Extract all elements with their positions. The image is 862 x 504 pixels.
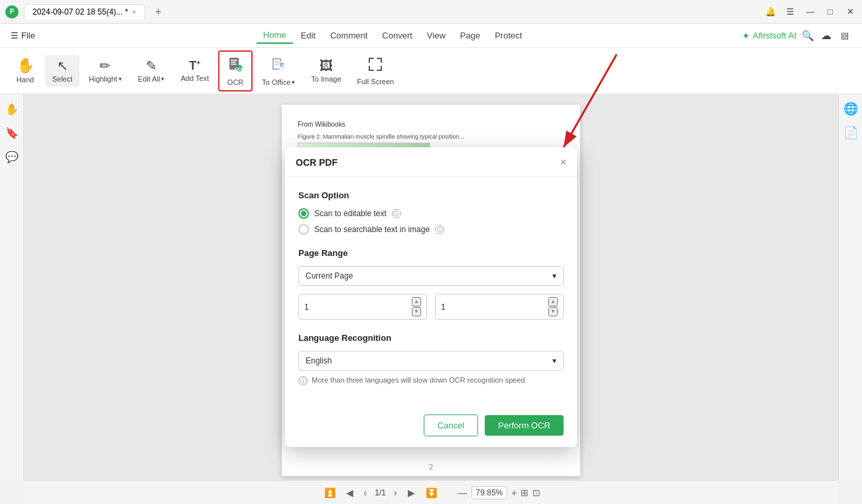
- tooffice-icon: [270, 56, 287, 76]
- menu-item-convert[interactable]: Convert: [375, 28, 419, 43]
- radio-editable[interactable]: Scan to editable text ⓘ: [298, 208, 564, 219]
- next-page-small-button[interactable]: ›: [391, 486, 400, 499]
- svg-rect-3: [231, 64, 237, 65]
- fit-width-button[interactable]: ⊡: [532, 487, 540, 498]
- close-button[interactable]: ✕: [843, 5, 857, 19]
- range-from-up[interactable]: ▲: [412, 297, 421, 306]
- radio-searchable-input[interactable]: [298, 224, 309, 235]
- page-range-value: Current Page: [306, 271, 353, 281]
- title-bar: P 2024-09-07 02 18 55(4)... * × + 🔔 ☰ — …: [0, 0, 862, 24]
- menu-home-label: Home: [263, 30, 286, 40]
- radio-editable-input[interactable]: [298, 208, 309, 219]
- file-menu[interactable]: ☰ File: [11, 31, 35, 40]
- cloud-icon[interactable]: ☁: [820, 29, 833, 42]
- menu-item-protect[interactable]: Protect: [488, 28, 528, 43]
- page-range-arrow: ▾: [552, 271, 556, 281]
- cancel-button[interactable]: Cancel: [424, 414, 478, 436]
- addtext-label: Add Text: [180, 74, 209, 82]
- page-number: 2: [429, 463, 433, 471]
- tooffice-label: To Office▾: [262, 78, 295, 86]
- toimage-tool-button[interactable]: 🖼 To Image: [304, 55, 347, 87]
- radio-searchable[interactable]: Scan to searchable text in image ⓘ: [298, 224, 564, 235]
- searchable-info-icon[interactable]: ⓘ: [435, 225, 444, 234]
- range-from-spinners: ▲ ▼: [412, 297, 421, 316]
- menu-icon[interactable]: ☰: [784, 5, 797, 19]
- layout-icon[interactable]: ▤: [838, 29, 851, 42]
- dialog-close-button[interactable]: ×: [560, 157, 566, 168]
- fullscreen-label: Full Screen: [357, 78, 395, 86]
- tab-close[interactable]: ×: [132, 8, 136, 16]
- next-page-button[interactable]: ▶: [405, 486, 418, 499]
- tab-add-button[interactable]: +: [151, 4, 166, 20]
- page-range-dropdown[interactable]: Current Page ▾: [298, 266, 564, 286]
- prev-page-button[interactable]: ◀: [343, 486, 356, 499]
- range-from[interactable]: 1 ▲ ▼: [298, 294, 427, 320]
- hamburger-icon: ☰: [11, 31, 19, 40]
- svg-rect-12: [280, 63, 284, 64]
- fit-page-button[interactable]: ⊞: [521, 487, 528, 498]
- prev-page-small-button[interactable]: ‹: [361, 486, 370, 499]
- editall-tool-button[interactable]: ✎ Edit All▾: [131, 55, 172, 87]
- select-tool-button[interactable]: ↖ Select: [45, 55, 80, 87]
- pdf-source: From Wikibooks: [298, 121, 564, 128]
- last-page-button[interactable]: ⏬: [423, 486, 440, 499]
- fullscreen-tool-button[interactable]: Full Screen: [351, 52, 401, 90]
- scan-options: Scan to editable text ⓘ Scan to searchab…: [298, 208, 564, 235]
- afirstsoft-ai-button[interactable]: ✦ Afirstsoft AI: [742, 31, 796, 41]
- dialog-header: OCR PDF ×: [285, 147, 577, 177]
- svg-rect-1: [231, 60, 237, 61]
- sidebar-translate-icon[interactable]: 🌐: [841, 99, 860, 118]
- maximize-button[interactable]: □: [824, 5, 837, 19]
- hand-label: Hand: [17, 76, 34, 84]
- lang-note: ⓘ More than three languages will slow do…: [298, 376, 564, 385]
- minimize-button[interactable]: —: [804, 5, 817, 19]
- addtext-tool-button[interactable]: T+ Add Text: [174, 56, 216, 86]
- toolbar: ✋ Hand ↖ Select ✏ Highlight▾ ✎ Edit All▾…: [0, 48, 862, 94]
- tab-label: 2024-09-07 02 18 55(4)... *: [32, 7, 128, 17]
- select-label: Select: [52, 75, 73, 83]
- zoom-value: 79.85%: [471, 486, 508, 499]
- hand-tool-button[interactable]: ✋ Hand: [8, 54, 42, 88]
- toimage-label: To Image: [311, 75, 341, 83]
- range-from-value: 1: [304, 302, 309, 312]
- ocr-tool-button[interactable]: OCR OCR: [218, 50, 253, 92]
- tooffice-tool-button[interactable]: To Office▾: [255, 52, 302, 90]
- menu-item-comment[interactable]: Comment: [324, 28, 374, 43]
- menu-item-edit[interactable]: Edit: [294, 28, 322, 43]
- editall-label: Edit All▾: [138, 75, 165, 83]
- bell-icon[interactable]: 🔔: [764, 5, 777, 19]
- sidebar-doc-icon[interactable]: 📄: [841, 123, 860, 142]
- sidebar-bookmark-icon[interactable]: 🔖: [3, 123, 21, 142]
- svg-rect-14: [280, 66, 283, 66]
- page-range-header: Page Range: [298, 248, 564, 258]
- page-info: 1/1: [375, 488, 386, 497]
- range-to-up[interactable]: ▲: [548, 297, 558, 306]
- menu-bar: ☰ File Home Edit Comment Convert View Pa…: [0, 24, 862, 48]
- zoom-controls: — 79.85% + ⊞ ⊡: [458, 486, 541, 499]
- range-from-down[interactable]: ▼: [412, 307, 421, 316]
- menu-item-page[interactable]: Page: [454, 28, 487, 43]
- sidebar-comment-icon[interactable]: 💬: [3, 147, 21, 166]
- search-button[interactable]: 🔍: [802, 30, 814, 42]
- menu-view-label: View: [427, 31, 446, 40]
- editall-icon: ✎: [146, 59, 157, 72]
- right-sidebar: 🌐 📄: [838, 94, 862, 480]
- lang-dropdown[interactable]: English ▾: [298, 351, 564, 371]
- menu-item-view[interactable]: View: [420, 28, 452, 43]
- highlight-tool-button[interactable]: ✏ Highlight▾: [82, 55, 129, 87]
- menu-item-home[interactable]: Home: [257, 27, 293, 44]
- range-to[interactable]: 1 ▲ ▼: [435, 294, 564, 320]
- title-bar-left: P 2024-09-07 02 18 55(4)... * × +: [5, 4, 166, 20]
- dialog-footer: Cancel Perform OCR: [285, 407, 577, 447]
- editable-info-icon[interactable]: ⓘ: [392, 209, 401, 218]
- title-bar-right: 🔔 ☰ — □ ✕: [764, 5, 857, 19]
- page-range-title: Page Range: [298, 248, 347, 258]
- range-to-down[interactable]: ▼: [548, 307, 558, 316]
- tab-item[interactable]: 2024-09-07 02 18 55(4)... * ×: [24, 4, 145, 19]
- lang-note-text: More than three languages will slow down…: [312, 376, 525, 384]
- sidebar-hand-icon[interactable]: ✋: [3, 99, 21, 118]
- zoom-in-button[interactable]: +: [511, 487, 517, 498]
- zoom-out-button[interactable]: —: [458, 487, 467, 498]
- perform-ocr-button[interactable]: Perform OCR: [485, 415, 564, 436]
- first-page-button[interactable]: ⏫: [322, 486, 338, 499]
